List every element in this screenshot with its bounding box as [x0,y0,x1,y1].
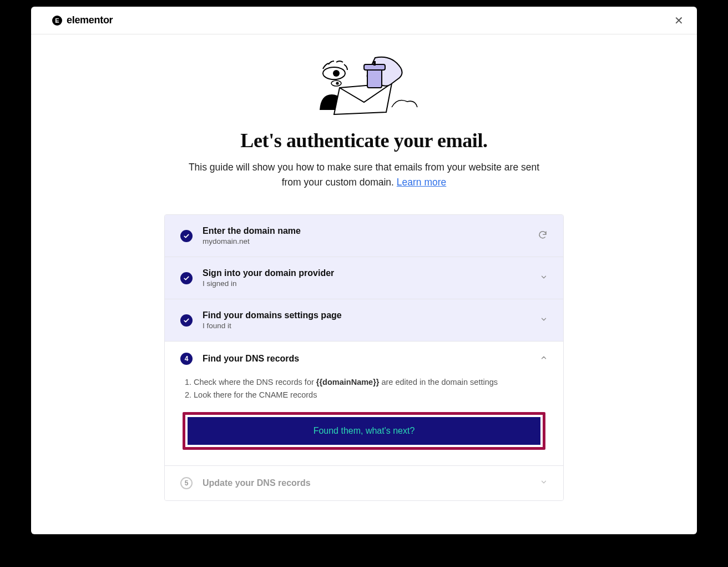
chevron-down-icon[interactable] [540,315,548,325]
step-texts: Find your domains settings page I found … [203,310,530,330]
step-title: Sign into your domain provider [203,268,530,278]
chevron-down-icon[interactable] [540,273,548,283]
step-find-settings: Find your domains settings page I found … [165,299,563,342]
text: Check where the DNS records for [194,378,316,387]
step-title: Update your DNS records [203,478,530,488]
chevron-up-icon[interactable] [540,354,548,364]
steps-accordion: Enter the domain name mydomain.net Sign … [164,214,564,500]
page-title: Let's authenticate your email. [240,129,487,152]
check-icon [180,230,193,242]
svg-rect-1 [367,69,382,88]
auth-email-modal: E elementor ✕ [31,7,697,534]
step-number-badge: 4 [180,353,193,365]
stamp-envelope-illustration [309,54,419,121]
step-texts: Sign into your domain provider I signed … [203,268,530,288]
modal-header: E elementor ✕ [31,7,697,34]
step-header[interactable]: Find your domains settings page I found … [165,299,563,341]
chevron-down-icon[interactable] [540,478,548,488]
step-header[interactable]: Enter the domain name mydomain.net [165,215,563,257]
instruction-item: Look there for the CNAME records [194,389,545,402]
refresh-icon[interactable] [538,230,548,242]
step-header[interactable]: Sign into your domain provider I signed … [165,257,563,299]
svg-point-5 [333,70,340,77]
check-icon [180,272,193,284]
step-body: Check where the DNS records for {{domain… [165,376,563,465]
close-button[interactable]: ✕ [674,15,684,26]
step-find-dns: 4 Find your DNS records Check where the … [165,342,563,465]
learn-more-link[interactable]: Learn more [397,177,447,188]
step-enter-domain: Enter the domain name mydomain.net [165,215,563,257]
check-icon [180,314,193,327]
subtitle-text: This guide will show you how to make sur… [189,162,539,188]
instructions-list: Check where the DNS records for {{domain… [183,376,545,402]
step-header[interactable]: 4 Find your DNS records [165,342,563,376]
step-texts: Find your DNS records [203,354,530,364]
modal-content: Let's authenticate your email. This guid… [31,34,697,534]
domain-placeholder: {{domainName}} [316,378,380,387]
step-title: Find your domains settings page [203,310,530,320]
step-sign-in-provider: Sign into your domain provider I signed … [165,257,563,299]
step-texts: Update your DNS records [203,478,530,488]
brand: E elementor [52,14,113,26]
step-subtitle: I signed in [203,279,530,288]
text: are edited in the domain settings [379,378,498,387]
step-number-badge: 5 [180,477,193,489]
svg-marker-0 [334,83,392,114]
step-update-dns: 5 Update your DNS records [165,466,563,500]
instruction-item: Check where the DNS records for {{domain… [194,376,545,389]
page-subtitle: This guide will show you how to make sur… [186,160,542,190]
step-title: Find your DNS records [203,354,530,364]
step-header[interactable]: 5 Update your DNS records [165,466,563,500]
step-subtitle: mydomain.net [203,237,528,245]
brand-logo-icon: E [52,16,62,26]
step-subtitle: I found it [203,322,530,330]
cta-highlight-frame: Found them, what's next? [183,412,545,450]
svg-point-7 [336,82,338,84]
found-them-next-button[interactable]: Found them, what's next? [188,417,540,445]
close-icon: ✕ [674,14,684,27]
step-texts: Enter the domain name mydomain.net [203,226,528,245]
step-title: Enter the domain name [203,226,528,236]
brand-name: elementor [67,14,113,26]
